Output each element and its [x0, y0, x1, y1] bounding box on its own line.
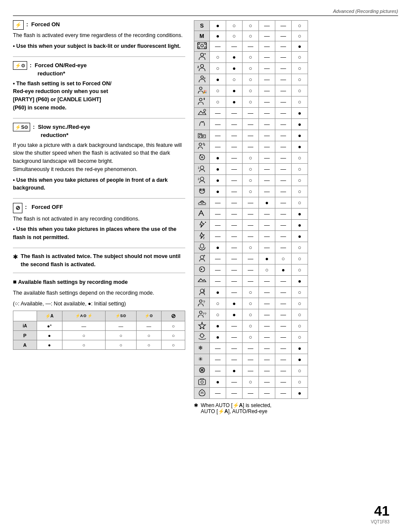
col-fro: ⚡⊙: [136, 311, 162, 321]
cell-ia-fso: —: [106, 321, 136, 331]
cell: —: [259, 130, 275, 141]
cell: ○: [292, 298, 308, 309]
cell-ia-fa: ●*: [37, 321, 62, 331]
cell: —: [226, 276, 243, 287]
icon-cell: [194, 197, 210, 208]
table-row: ✳ — — — — — ●: [194, 354, 308, 365]
icon-cell: 1: [194, 164, 210, 175]
cell: ○: [292, 287, 308, 298]
cell: —: [259, 365, 275, 376]
icon-cell: [194, 320, 210, 332]
icon-cell: ??: [194, 309, 210, 320]
svg-point-11: [199, 87, 202, 90]
cell: ○: [243, 332, 259, 343]
cell: —: [210, 197, 226, 208]
cell: —: [259, 320, 275, 332]
cell: —: [226, 108, 243, 119]
icon-cell: M: [194, 31, 210, 41]
icon-cell: [194, 276, 210, 287]
svg-marker-47: [199, 322, 206, 329]
svg-text:??: ??: [202, 312, 206, 316]
table-row: ○ ● ○ — — ○: [194, 52, 308, 63]
cell: —: [275, 365, 292, 376]
cell: ○: [292, 152, 308, 164]
cell: —: [226, 332, 243, 343]
cell: —: [243, 388, 259, 399]
cell: ●: [226, 298, 243, 309]
cell: ●: [210, 164, 226, 175]
cell: —: [259, 276, 275, 287]
cell: —: [226, 231, 243, 242]
svg-line-53: [200, 334, 201, 335]
cell: ●: [210, 320, 226, 332]
col-mode: [13, 311, 37, 321]
cell: —: [259, 141, 275, 152]
cell: —: [275, 52, 292, 63]
cell: —: [259, 52, 275, 63]
svg-point-43: [199, 300, 202, 302]
cell: ●: [292, 119, 308, 130]
svg-point-7: [200, 65, 203, 68]
cell: —: [210, 231, 226, 242]
cell: —: [243, 365, 259, 376]
cell: ○: [292, 242, 308, 253]
cell: —: [259, 332, 275, 343]
table-row: ● — ○ — — ○: [194, 186, 308, 197]
cell-a-fro: ○: [136, 340, 162, 350]
svg-point-28: [199, 189, 205, 193]
icon-cell: 2: [194, 175, 210, 186]
cell: —: [275, 175, 292, 186]
svg-text:+: +: [203, 254, 206, 258]
cell-a-off: ○: [162, 340, 185, 350]
cell: —: [275, 276, 292, 287]
cell: ●: [226, 63, 243, 74]
cell: —: [243, 130, 259, 141]
vqt-code: VQT1F83: [371, 520, 389, 524]
icon-cell: [194, 96, 210, 108]
cell: —: [210, 208, 226, 220]
divider-4: [13, 248, 185, 248]
icon-cell: 2: [194, 63, 210, 74]
cell: ○: [292, 96, 308, 108]
table-row: M ● ○ ○ — — ○: [194, 31, 308, 41]
table-row: — — — — — ●: [194, 276, 308, 287]
cell: —: [275, 376, 292, 388]
cell: —: [275, 152, 292, 164]
cell: —: [210, 130, 226, 141]
cell: —: [243, 231, 259, 242]
cell: —: [226, 343, 243, 354]
svg-text:2: 2: [198, 177, 199, 180]
table-row: — — — — — ●: [194, 130, 308, 141]
cell-a-mode: A: [13, 340, 37, 350]
svg-point-48: [200, 334, 204, 337]
cell: ○: [226, 31, 243, 41]
cell: —: [210, 365, 226, 376]
cell: —: [275, 85, 292, 96]
icon-cell: [194, 141, 210, 152]
available-section: ■ Available flash settings by recording …: [13, 277, 185, 350]
table-row: — — — ● — ○: [194, 197, 308, 208]
svg-text:✳: ✳: [203, 77, 206, 80]
main-right-table: S ● ○ ○ — — ○ M ● ○ ○: [194, 20, 308, 399]
cell: —: [259, 376, 275, 388]
cell: ○: [243, 376, 259, 388]
svg-point-58: [201, 381, 203, 383]
col-fso: ⚡S⊙: [106, 311, 136, 321]
svg-text:✳: ✳: [198, 356, 203, 362]
cell: —: [259, 152, 275, 164]
cell: ○: [292, 332, 308, 343]
cell: ●: [292, 130, 308, 141]
cell: —: [210, 388, 226, 399]
cell: —: [275, 231, 292, 242]
cell: ○: [292, 365, 308, 376]
cell: ●: [210, 186, 226, 197]
svg-point-14: [203, 109, 206, 112]
table-row: — — — — — ●: [194, 208, 308, 220]
cell-ia-mode: iA: [13, 321, 37, 331]
cell: —: [210, 119, 226, 130]
cell: —: [259, 63, 275, 74]
svg-point-31: [201, 190, 202, 191]
cell: —: [210, 264, 226, 276]
table-row: — — — — — ●: [194, 388, 308, 399]
cell-p-fa: ●: [37, 331, 62, 340]
